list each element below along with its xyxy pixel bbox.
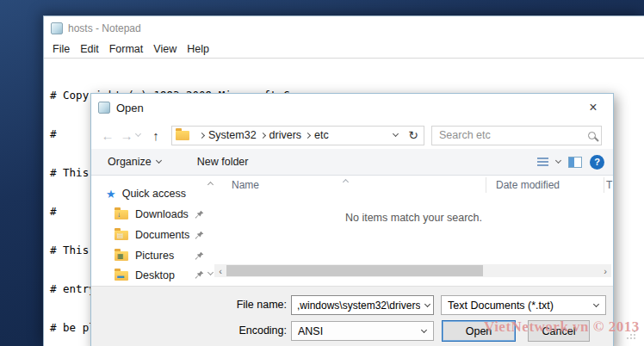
documents-folder-icon: ▤ <box>115 231 128 240</box>
pin-icon[interactable] <box>195 251 204 261</box>
column-header-name[interactable]: Name <box>232 176 259 195</box>
open-dialog: Open × ← → ↑ System32 drivers etc ↻ Orga… <box>90 93 614 346</box>
column-separator[interactable] <box>604 177 604 193</box>
notepad-app-icon <box>51 22 63 34</box>
star-icon: ★ <box>106 188 116 201</box>
dialog-footer: File name: Text Documents (*.txt) Encodi… <box>91 286 613 346</box>
new-folder-label: New folder <box>197 156 249 168</box>
scrollbar-thumb[interactable] <box>226 265 483 276</box>
column-header-type[interactable]: T <box>606 176 612 195</box>
sidebar-item-label: Quick access <box>122 188 186 200</box>
up-button[interactable]: ↑ <box>146 128 166 143</box>
pin-icon[interactable] <box>195 231 204 240</box>
column-header-date-modified[interactable]: Date modified <box>496 176 560 195</box>
open-dialog-titlebar[interactable]: Open × <box>91 94 613 121</box>
chevron-down-icon <box>593 300 599 306</box>
encoding-value: ANSI <box>298 325 418 337</box>
sidebar-item-label: Pictures <box>135 250 174 262</box>
search-icon[interactable] <box>588 132 596 139</box>
notepad-titlebar: hosts - Notepad <box>44 16 644 40</box>
new-folder-button[interactable]: New folder <box>197 156 249 168</box>
chevron-down-icon <box>156 158 162 164</box>
organize-label: Organize <box>108 156 152 168</box>
watermark: VietNetwork.vn © 2013 <box>484 318 640 336</box>
file-name-label: File name: <box>91 299 287 311</box>
file-type-select[interactable]: Text Documents (*.txt) <box>441 295 606 315</box>
scroll-up-icon[interactable] <box>207 182 214 188</box>
open-dialog-title: Open <box>116 102 144 114</box>
notepad-menubar: File Edit Format View Help <box>44 40 644 59</box>
file-name-input[interactable] <box>295 299 422 312</box>
scroll-down-icon[interactable] <box>207 269 214 275</box>
open-dialog-icon <box>98 102 110 114</box>
recent-locations-icon[interactable] <box>135 131 141 137</box>
horizontal-scrollbar[interactable]: ‹ › <box>214 264 611 277</box>
menu-file[interactable]: File <box>47 43 75 55</box>
menu-edit[interactable]: Edit <box>75 43 104 55</box>
breadcrumb-drivers[interactable]: drivers <box>265 129 307 141</box>
resize-grip <box>627 330 637 340</box>
pin-icon[interactable] <box>195 210 204 219</box>
sidebar-item-label: Documents <box>135 229 189 241</box>
search-input[interactable] <box>437 128 588 142</box>
column-separator[interactable] <box>486 177 486 193</box>
file-type-value: Text Documents (*.txt) <box>448 300 591 312</box>
organize-button[interactable]: Organize <box>108 156 161 168</box>
menu-view[interactable]: View <box>148 43 182 55</box>
sidebar-item-label: Downloads <box>135 208 189 220</box>
empty-search-message: No items match your search. <box>214 212 613 224</box>
breadcrumb-etc[interactable]: etc <box>310 129 333 141</box>
sidebar-item-documents[interactable]: ▤ Documents <box>115 227 189 243</box>
sidebar-item-quick-access[interactable]: ★ Quick access <box>106 186 186 201</box>
notepad-window-title: hosts - Notepad <box>68 22 141 34</box>
file-name-combobox[interactable] <box>291 295 434 315</box>
navigation-bar: ← → ↑ System32 drivers etc ↻ <box>91 121 613 149</box>
chevron-down-icon <box>421 326 427 332</box>
scroll-left-icon[interactable]: ‹ <box>214 266 226 276</box>
sidebar-item-downloads[interactable]: ↓ Downloads <box>115 207 189 222</box>
menu-format[interactable]: Format <box>104 43 149 55</box>
sidebar-item-pictures[interactable]: ▦ Pictures <box>115 248 174 263</box>
encoding-label: Encoding: <box>91 324 287 337</box>
close-icon[interactable]: × <box>580 100 606 115</box>
dialog-toolbar: Organize New folder ? <box>91 149 613 176</box>
menu-help[interactable]: Help <box>182 43 214 55</box>
forward-button[interactable]: → <box>117 129 136 142</box>
search-box[interactable] <box>431 126 602 145</box>
pictures-folder-icon: ▦ <box>115 251 128 261</box>
help-icon[interactable]: ? <box>590 155 604 170</box>
sidebar-item-desktop[interactable]: ▬ Desktop <box>115 268 175 283</box>
file-list: Name Date modified T No items match your… <box>214 176 613 286</box>
address-bar[interactable]: System32 drivers etc ↻ <box>171 126 424 145</box>
list-view-icon[interactable] <box>537 158 548 159</box>
encoding-select[interactable]: ANSI <box>291 321 434 341</box>
downloads-folder-icon: ↓ <box>115 210 128 219</box>
sort-ascending-icon <box>343 179 349 185</box>
back-button[interactable]: ← <box>98 129 117 142</box>
pin-icon[interactable] <box>195 270 204 280</box>
address-folder-icon <box>176 131 189 140</box>
breadcrumb-system32[interactable]: System32 <box>204 129 261 141</box>
dialog-main-area: ★ Quick access ↓ Downloads ▤ Documents ▦… <box>91 176 613 286</box>
desktop-folder-icon: ▬ <box>115 271 128 281</box>
sidebar-item-label: Desktop <box>135 269 175 281</box>
address-dropdown-icon[interactable] <box>393 131 399 137</box>
scroll-right-icon[interactable]: › <box>599 266 611 276</box>
view-options-chevron-icon[interactable] <box>555 158 561 164</box>
preview-pane-icon[interactable] <box>568 157 582 168</box>
refresh-icon[interactable]: ↻ <box>408 128 418 142</box>
chevron-down-icon[interactable] <box>424 300 430 306</box>
